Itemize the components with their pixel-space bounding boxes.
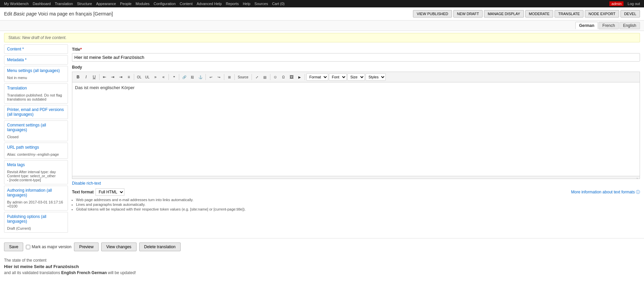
outdent-button[interactable]: « [160,73,167,81]
editor-toolbar: B I U ⇤ ⇥ ⇥ ≡ OL UL » « ❝ 🔗 ⛓ ⚓ ↩ ↪ ⊞ So… [72,72,640,82]
sidebar-section-printer: Printer, email and PDF versions (all lan… [4,105,68,119]
view-changes-button[interactable]: View changes [101,242,137,251]
sidebar-section-authoring: Authoring information (all languages) By… [4,186,68,211]
lang-tab-english[interactable]: English [619,22,640,29]
flash-button[interactable]: ▶ [296,73,303,81]
bold-button[interactable]: B [74,73,82,81]
indent-button[interactable]: » [152,73,159,81]
underline-button[interactable]: U [90,73,98,81]
sidebar-item-translation-sub: Translation published. Do not flag trans… [4,92,68,103]
sidebar-item-content[interactable]: Content * [4,45,68,53]
delete-translation-button[interactable]: Delete translation [139,242,181,251]
nav-item-cart[interactable]: Cart (0) [270,2,287,6]
format-dropdown[interactable]: Format [306,73,328,81]
sidebar-item-printer[interactable]: Printer, email and PDF versions (all lan… [4,105,68,119]
unlink-button[interactable]: ⛓ [189,73,196,81]
manage-display-button[interactable]: MANAGE DISPLAY [484,10,524,17]
nav-item-structure[interactable]: Structure [75,2,94,6]
align-left-button[interactable]: ⇤ [101,73,108,81]
italic-button[interactable]: I [82,73,90,81]
sidebar-item-authoring[interactable]: Authoring information (all languages) [4,186,68,199]
sidebar-section-publishing: Publishing options (all languages) Draft… [4,212,68,233]
link-button[interactable]: 🔗 [181,73,188,81]
text-format-label: Text format [72,190,93,194]
size-dropdown[interactable]: Size [347,73,365,81]
separator-8 [252,74,252,80]
nav-item-translation[interactable]: Translation [53,2,75,6]
sidebar-item-menu[interactable]: Menu settings (all languages) [4,66,68,75]
sidebar-item-metatags-sub: Revisit After interval type: day Content… [4,169,68,184]
smiley-button[interactable]: ☺ [272,73,279,81]
editor-body[interactable]: Das ist mein englischer Körper [72,82,640,176]
blockquote-button[interactable]: ❝ [170,73,178,81]
nav-item-appearance[interactable]: Appearance [94,2,118,6]
status-text: Status: [8,35,22,40]
nav-item-dashboard[interactable]: Dashboard [31,2,53,6]
new-draft-button[interactable]: NEW DRAFT [453,10,483,17]
sidebar-item-menu-sub: Not in menu [4,75,68,82]
separator-2 [134,74,134,80]
devel-button[interactable]: DEVEL [620,10,640,17]
separator-10 [305,74,305,80]
image-button[interactable]: 🖼 [288,73,295,81]
logout-button[interactable]: Log out [626,2,642,6]
show-blocks-button[interactable]: ▤ [261,73,269,81]
table-button[interactable]: ⊞ [226,73,233,81]
nav-item-content[interactable]: Content [178,2,195,6]
sidebar-item-metatags[interactable]: Meta tags [4,160,68,169]
separator-9 [270,74,270,80]
title-input[interactable] [72,53,640,62]
redo-button[interactable]: ↪ [215,73,223,81]
nav-item-sources[interactable]: Sources [253,2,270,6]
body-label: Body [72,65,640,70]
sidebar-item-comment[interactable]: Comment settings (all languages) [4,121,68,134]
hint-3: Global tokens will be replaced with thei… [76,207,640,211]
sidebar-item-url[interactable]: URL path settings [4,143,68,152]
anchor-button[interactable]: ⚓ [197,73,204,81]
page-title-prefix: Edit [4,11,12,16]
status-bar: Status: New draft of live content. [4,33,640,42]
preview-button[interactable]: Preview [74,242,99,251]
editor-resize-handle[interactable]: ⌞ [72,176,640,179]
nav-item-advanced-help[interactable]: Advanced Help [195,2,224,6]
nav-item-reports[interactable]: Reports [224,2,241,6]
top-navigation: My Workbench Dashboard Translation Struc… [0,0,644,7]
sidebar-item-metadata[interactable]: Metadata * [4,55,68,64]
ul-button[interactable]: UL [144,73,151,81]
nav-item-workbench[interactable]: My Workbench [2,2,31,6]
font-dropdown[interactable]: Font [329,73,347,81]
separator-7 [234,74,235,80]
state-section: The state of the content Hier ist meine … [0,255,644,280]
nav-item-people[interactable]: People [118,2,134,6]
moderate-button[interactable]: MODERATE [525,10,554,17]
nav-item-modules[interactable]: Modules [134,2,152,6]
view-published-button[interactable]: VIEW PUBLISHED [413,10,452,17]
lang-tab-french[interactable]: French [599,22,618,29]
text-format-select[interactable]: Full HTML [96,188,124,196]
nav-item-help[interactable]: Help [241,2,253,6]
major-version-label: Mark as major version [26,245,71,249]
special-char-button[interactable]: Ω [280,73,287,81]
sidebar-section-metatags: Meta tags Revisit After interval type: d… [4,160,68,184]
hint-1: Web page addresses and e-mail addresses … [76,198,640,202]
undo-button[interactable]: ↩ [207,73,215,81]
lang-tab-german[interactable]: German [575,22,598,29]
save-button[interactable]: Save [4,242,23,251]
major-version-checkbox[interactable] [26,245,30,249]
disable-rich-text-link[interactable]: Disable rich-text [72,181,101,186]
nav-item-configuration[interactable]: Configuration [152,2,178,6]
translate-button[interactable]: TRANSLATE [555,10,583,17]
styles-dropdown[interactable]: Styles [366,73,386,81]
page-title-italic: Basic page [13,11,37,16]
state-node-title: Hier ist meine Seite auf Französisch [4,264,640,269]
text-format-info-link[interactable]: More information about text formats ⓘ [571,189,640,195]
align-center-button[interactable]: ⇥ [109,73,116,81]
sidebar-item-publishing[interactable]: Publishing options (all languages) [4,212,68,226]
sidebar-item-translation[interactable]: Translation [4,84,68,92]
maximize-button[interactable]: ⤢ [253,73,261,81]
ol-button[interactable]: OL [136,73,143,81]
align-justify-button[interactable]: ≡ [125,73,132,81]
source-button[interactable]: Source [236,73,250,81]
node-export-button[interactable]: NODE EXPORT [585,10,619,17]
align-right-button[interactable]: ⇥ [117,73,124,81]
